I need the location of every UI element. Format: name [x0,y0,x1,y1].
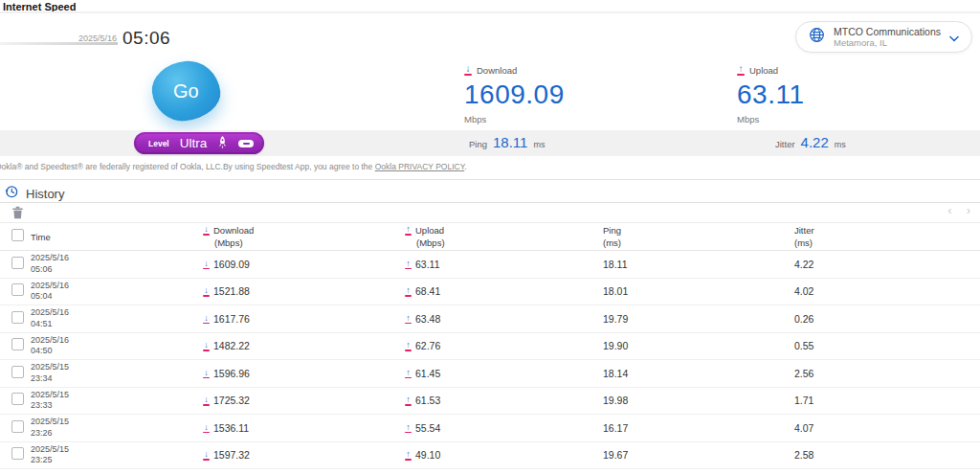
row-time: 2025/5/15 23:26 [31,417,203,439]
row-download: ↓ 1617.76 [203,313,405,325]
jitter-label: Jitter [775,139,795,149]
row-ping: 19.98 [603,395,794,406]
column-header-upload: ↑ Upload (Mbps) [405,224,603,249]
upload-arrow-icon: ↑ [405,260,412,270]
rocket-icon [217,135,228,152]
table-row: 2025/5/16 04:50 ↓ 1482.22 ↑ 62.76 19.90 … [0,333,980,361]
row-jitter: 0.55 [794,340,980,351]
column-header-download: ↓ Download (Mbps) [203,224,405,249]
row-checkbox[interactable] [11,311,24,324]
upload-arrow-icon: ↑ [737,64,745,76]
table-row: 2025/5/15 23:34 ↓ 1596.96 ↑ 61.45 18.14 … [0,360,980,388]
row-upload: ↑ 68.41 [405,285,603,297]
row-jitter: 4.02 [794,285,980,297]
row-ping: 18.14 [603,368,794,379]
row-jitter: 0.26 [794,313,980,325]
toggle-icon[interactable] [238,140,254,147]
row-checkbox[interactable] [11,420,24,433]
table-row: 2025/5/15 23:25 ↓ 1597.32 ↑ 49.10 19.67 … [0,442,980,470]
upload-unit: Mbps [737,114,805,124]
row-checkbox[interactable] [11,447,24,460]
column-header-ping: Ping (ms) [603,224,794,249]
top-divider [0,11,980,13]
row-download: ↓ 1609.09 [203,259,405,270]
upload-result: ↑ Upload 63.11 Mbps [737,64,805,124]
next-page-button[interactable]: › [967,203,970,218]
row-checkbox[interactable] [11,338,24,350]
history-header: History [5,185,64,202]
row-upload: ↑ 49.10 [405,449,603,461]
row-ping: 18.01 [603,285,794,297]
upload-arrow-icon: ↑ [405,286,412,297]
upload-arrow-icon: ↑ [405,314,412,325]
row-time: 2025/5/15 23:33 [31,390,203,412]
row-checkbox[interactable] [11,257,24,269]
row-download: ↓ 1482.22 [203,340,405,351]
row-time: 2025/5/16 04:51 [31,307,203,329]
row-time: 2025/5/16 04:50 [31,335,203,357]
row-upload: ↑ 63.11 [405,259,603,270]
download-arrow-icon: ↓ [203,369,210,379]
row-download: ↓ 1521.88 [203,285,405,297]
row-upload: ↑ 55.54 [405,422,603,434]
upload-arrow-icon: ↑ [405,395,412,406]
server-selector[interactable]: MTCO Communications Metamora, IL [795,21,972,53]
history-pagination: ‹ › [947,203,970,218]
row-ping: 19.67 [603,449,794,461]
download-arrow-icon: ↓ [203,260,210,270]
row-upload: ↑ 62.76 [405,340,603,351]
upload-arrow-icon: ↑ [405,341,412,351]
ping-label: Ping [469,139,487,149]
go-button[interactable]: Go [149,57,223,124]
column-header-time: Time [31,231,203,243]
section-divider [0,179,980,180]
column-header-jitter: Jitter (ms) [794,224,980,249]
row-ping: 16.17 [603,422,794,434]
row-ping: 19.90 [603,340,794,351]
download-arrow-icon: ↓ [203,225,210,236]
download-arrow-icon: ↓ [203,341,210,351]
download-result: ↓ Download 1609.09 Mbps [464,64,565,124]
download-unit: Mbps [464,114,565,124]
table-row: 2025/5/15 ↓ ↑ [0,469,980,474]
history-table: Time ↓ Download (Mbps) ↑ Upload (Mbps) [0,222,980,474]
prev-page-button[interactable]: ‹ [947,203,951,218]
download-arrow-icon: ↓ [203,450,210,461]
history-clock-icon [5,185,18,202]
delete-history-button[interactable] [11,206,25,220]
select-all-checkbox[interactable] [11,229,24,241]
row-time: 2025/5/16 05:06 [31,253,203,275]
row-download: ↓ 1725.32 [203,395,405,406]
jitter-value: 4.22 [801,134,829,150]
download-arrow-icon: ↓ [203,395,210,406]
row-jitter: 2.56 [794,368,980,379]
level-value: Ultra [180,136,208,150]
chevron-down-icon [949,29,959,46]
ping-unit: ms [533,140,545,149]
row-checkbox[interactable] [11,366,24,378]
upload-arrow-icon: ↑ [405,423,412,434]
row-ping: 19.79 [603,313,794,325]
upload-value: 63.11 [737,79,805,110]
privacy-policy-link[interactable]: Ookla PRIVACY POLICY [375,162,465,171]
download-arrow-icon: ↓ [464,64,472,76]
upload-label: Upload [749,65,778,76]
level-badge[interactable]: Level Ultra [134,132,264,154]
table-row: 2025/5/15 23:33 ↓ 1725.32 ↑ 61.53 19.98 … [0,388,980,416]
row-time: 2025/5/15 23:25 [31,444,203,466]
row-upload: ↑ 63.48 [405,313,603,325]
jitter-unit: ms [835,140,846,149]
last-test-date: 2025/5/16 [0,34,117,43]
download-label: Download [477,65,517,76]
upload-arrow-icon: ↑ [405,225,412,236]
table-row: 2025/5/15 23:26 ↓ 1536.11 ↑ 55.54 16.17 … [0,415,980,442]
download-arrow-icon: ↓ [203,286,210,297]
download-arrow-icon: ↓ [203,423,210,434]
row-checkbox[interactable] [11,393,24,405]
row-checkbox[interactable] [11,283,24,296]
history-rows: 2025/5/16 05:06 ↓ 1609.09 ↑ 63.11 18.11 … [0,251,980,474]
row-download: ↓ 1596.96 [203,368,405,379]
ping-result: Ping 18.11 ms [469,134,545,150]
history-table-header: Time ↓ Download (Mbps) ↑ Upload (Mbps) [0,222,980,251]
server-name: MTCO Communications [834,26,941,37]
